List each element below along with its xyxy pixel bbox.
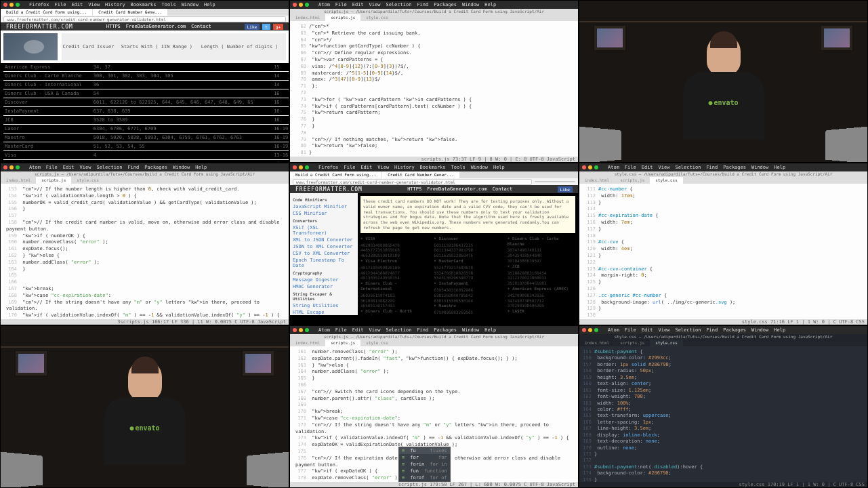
- autocomplete-popup[interactable]: ≡fufluxes≡forfor≡forinfor in≡funfunction…: [398, 447, 451, 482]
- cell-3-webcam: envato: [579, 0, 868, 163]
- url-bar: www.freeformatter.com/credit-card-number…: [290, 178, 578, 185]
- cell-1-browser: Firefox FileEditViewHistoryBookmarksTool…: [0, 0, 289, 163]
- cc-numbers-grid: • VISA4929034000066470448577239306566846…: [360, 236, 575, 315]
- fb-like[interactable]: Like: [558, 186, 573, 192]
- url-bar: www.freeformatter.com/credit-card-number…: [1, 16, 289, 22]
- code-editor[interactable]: 155#submit-payment {156 background-color…: [579, 346, 867, 488]
- editor-tabs: index.html scripts.js style.css: [290, 340, 578, 346]
- cell-6-editor: AtomFileEditViewSelectionFindPackagesWin…: [579, 163, 868, 325]
- fb-like[interactable]: Like: [245, 24, 260, 30]
- picture-frame: [593, 24, 627, 52]
- window-controls[interactable]: [3, 3, 20, 7]
- browser-tabs: Build a Credit Card Form using... Credit…: [1, 9, 289, 16]
- editor-tabs: index.html scripts.js style.css: [290, 14, 578, 21]
- window-controls[interactable]: [582, 328, 598, 332]
- cell-7-webcam: envato: [0, 325, 289, 488]
- cell-9-editor: AtomFileEditViewSelectionFindPackagesWin…: [579, 325, 868, 488]
- window-title: style.css — /Users/adipurdila/Tuts+/Cour…: [579, 171, 867, 177]
- window-title: scripts.js — /Users/adipurdila/Tuts+/Cou…: [290, 334, 578, 340]
- status-bar: style.css 71:16 LF 1 | 1 W: 0 | C UTF-8 …: [579, 319, 867, 325]
- gplus-icon[interactable]: g+: [273, 24, 283, 30]
- envato-logo: envato: [708, 99, 738, 106]
- window-title: scripts.js — /Users/adipurdila/Tuts+/Cou…: [290, 9, 578, 14]
- code-editor[interactable]: 153 "cm">// If the number length is high…: [1, 184, 289, 325]
- editor-tabs: index.html scripts.js style.css: [579, 177, 867, 184]
- window-controls[interactable]: [293, 3, 309, 7]
- presenter: envato: [98, 360, 192, 475]
- cc-table: Credit Card IssuerStarts With ( IIN Rang…: [62, 33, 287, 60]
- editor-tabs: index.html scripts.js style.css: [579, 340, 867, 346]
- mac-menubar: AtomFileEditViewSelectionFindPackagesWin…: [290, 1, 578, 9]
- shelf: [579, 21, 867, 22]
- status-bar: style.css 170:19 LF 1 | 1 W: 0 | C UTF-8…: [579, 482, 867, 487]
- mac-menubar: Firefox FileEditViewHistoryBookmarksTool…: [1, 1, 289, 9]
- cell-2-editor: AtomFileEditViewSelectionFindPackagesWin…: [289, 0, 579, 163]
- window-controls[interactable]: [293, 165, 309, 169]
- page-body: Credit Card IssuerStarts With ( IIN Rang…: [1, 30, 289, 63]
- sidebar: Code MinifiersJavaScript MinifierCSS Min…: [290, 193, 358, 315]
- site-header: FREEFORMATTER.COM HTTPS FreeDataGenerato…: [1, 22, 289, 30]
- code-editor[interactable]: 62/"cm">*63 "cm">* Retrieve the card iss…: [290, 21, 578, 163]
- code-editor[interactable]: 111#cc-number {112 width: 17em;113}11411…: [579, 184, 867, 325]
- picture-frame: [820, 24, 854, 52]
- cell-8-editor: AtomFileEditViewSelectionFindPackagesWin…: [289, 325, 579, 488]
- browser-tabs: Build a Credit Card Form using... Credit…: [290, 171, 578, 178]
- hero-image: [3, 33, 58, 60]
- window-controls[interactable]: [582, 165, 598, 169]
- mac-menubar: AtomFileEditViewSelectionFindPackagesWin…: [579, 326, 867, 334]
- url-input[interactable]: www.freeformatter.com/credit-card-number…: [3, 16, 286, 22]
- mac-menubar: AtomFileEditViewSelectionFindPackagesWin…: [1, 163, 289, 171]
- window-controls[interactable]: [3, 165, 20, 169]
- app-name: Firefox: [29, 2, 49, 7]
- cc-table-rows: American Express34, 3715Diners Club - Ca…: [3, 63, 289, 163]
- laptop: [247, 450, 289, 488]
- search-input[interactable]: [535, 181, 575, 182]
- twitter-icon[interactable]: t: [262, 24, 270, 30]
- page-body: Code MinifiersJavaScript MinifierCSS Min…: [290, 193, 578, 315]
- mac-menubar: AtomFileEditViewSelectionFindPackagesWin…: [579, 163, 867, 171]
- status-bar: scripts.js 73:37 LF 9 | 8 W: 0 | E: 0 UT…: [290, 157, 578, 162]
- editor-tabs: index.html scripts.js style.css: [1, 177, 289, 184]
- cell-5-browser: Firefox FileEditViewHistoryBookmarksTool…: [289, 163, 579, 325]
- tab-active[interactable]: Credit Card Number Gene...: [93, 9, 167, 16]
- status-bar: scripts.js 179:50 LF 267 | L: 600 W: 0.0…: [290, 482, 578, 487]
- window-title: style.css — /Users/adipurdila/Tuts+/Cour…: [579, 334, 867, 340]
- picture-frame: [241, 350, 275, 377]
- picture-frame: [14, 350, 48, 377]
- tab[interactable]: Build a Credit Card Form using...: [1, 9, 92, 16]
- content: These credit card numbers DO NOT work! T…: [358, 193, 578, 315]
- site-header: FREEFORMATTER.COM HTTPSFreeDataGenerator…: [290, 185, 578, 193]
- laptop: [579, 125, 621, 163]
- laptop: [0, 450, 43, 488]
- site-logo[interactable]: FREEFORMATTER.COM: [6, 24, 73, 30]
- mac-menubar: AtomFileEditViewSelectionFindPackagesWin…: [290, 326, 578, 334]
- url-input[interactable]: www.freeformatter.com/credit-card-number…: [293, 179, 532, 185]
- cell-4-editor: AtomFileEditViewSelectionFindPackagesWin…: [0, 163, 289, 325]
- window-controls[interactable]: [293, 328, 309, 332]
- envato-logo: envato: [129, 424, 159, 432]
- presenter: envato: [676, 35, 771, 150]
- laptop: [825, 125, 868, 163]
- warning-box: These credit card numbers DO NOT work! T…: [360, 196, 575, 233]
- window-title: scripts.js — /Users/adipurdila/Tuts+/Cou…: [1, 171, 289, 177]
- shelf: [1, 346, 289, 348]
- status-bar: 3scripts.js 166:17 LF 336 | 11 W: 0.0075…: [1, 319, 289, 325]
- mac-menubar: Firefox FileEditViewHistoryBookmarksTool…: [290, 163, 578, 171]
